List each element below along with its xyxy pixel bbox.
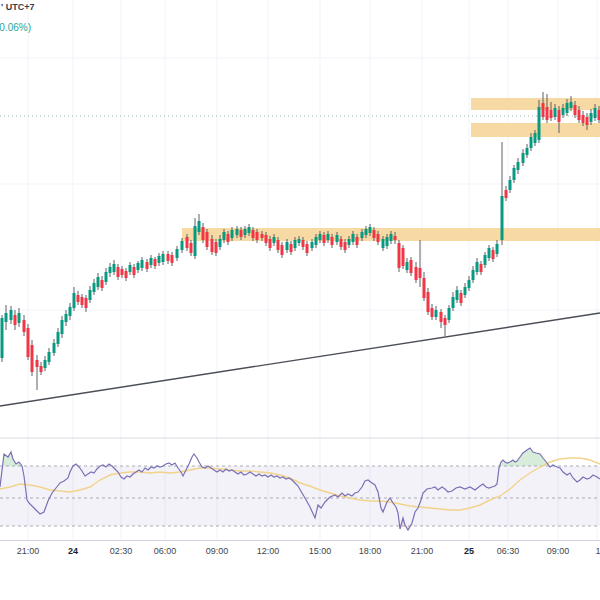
rsi-pane[interactable] xyxy=(0,448,600,530)
rsi-band-fill xyxy=(0,466,600,526)
time-axis-label: 06:00 xyxy=(154,546,177,556)
time-axis-label: 06:30 xyxy=(497,546,520,556)
grid-layer xyxy=(0,0,600,540)
rsi-overbought-fill xyxy=(499,448,549,468)
time-axis-label: 02:30 xyxy=(110,546,133,556)
time-axis-label: 09:00 xyxy=(547,546,570,556)
time-axis[interactable]: 21:002402:3006:0009:0012:0015:0018:0021:… xyxy=(0,540,600,600)
time-axis-label: 21:00 xyxy=(17,546,40,556)
time-axis-label: 25 xyxy=(464,546,474,556)
candlestick-chart[interactable] xyxy=(0,0,600,540)
time-axis-label: 1 xyxy=(595,546,600,556)
time-axis-label: 12:00 xyxy=(257,546,280,556)
supply-demand-zones[interactable] xyxy=(182,98,600,241)
trendline[interactable] xyxy=(0,313,600,406)
zone-rect[interactable] xyxy=(471,98,600,110)
time-axis-label: 21:00 xyxy=(411,546,434,556)
trading-chart-app: ' UTC+7 (0.06%) 21:002402:3006:0009:0012… xyxy=(0,0,600,600)
time-axis-label: 09:00 xyxy=(206,546,229,556)
time-axis-label: 15:00 xyxy=(309,546,332,556)
time-axis-label: 24 xyxy=(68,546,78,556)
time-axis-label: 18:00 xyxy=(359,546,382,556)
